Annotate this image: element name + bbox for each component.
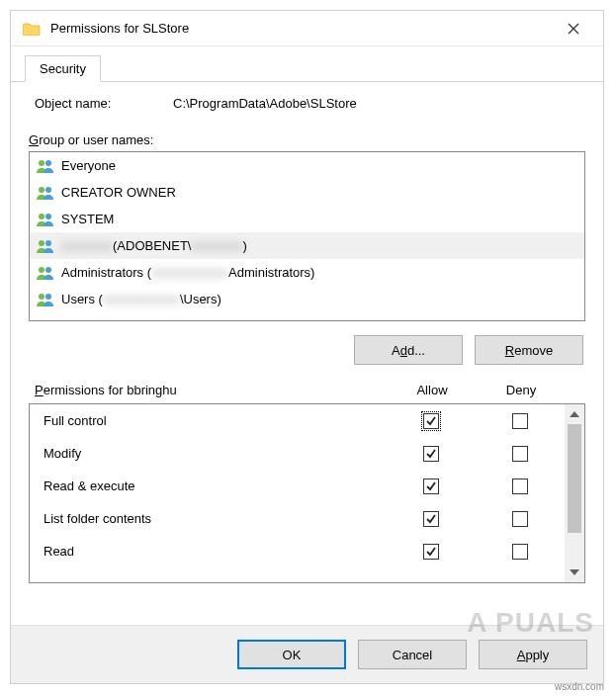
scroll-down-button[interactable] bbox=[565, 563, 584, 582]
users-icon bbox=[36, 158, 55, 174]
tab-security[interactable]: Security bbox=[25, 55, 101, 82]
object-name-label: Object name: bbox=[35, 96, 173, 111]
user-list-item[interactable]: SYSTEM bbox=[30, 206, 584, 232]
object-name-row: Object name: C:\ProgramData\Adobe\SLStor… bbox=[29, 96, 585, 111]
permission-label: Read & execute bbox=[44, 478, 387, 493]
cancel-button[interactable]: Cancel bbox=[358, 640, 467, 669]
permissions-header: Permissions for bbringhu Allow Deny bbox=[29, 383, 585, 403]
users-icon bbox=[36, 292, 55, 307]
close-button[interactable] bbox=[552, 14, 595, 44]
close-icon bbox=[568, 23, 579, 35]
permission-row: Read bbox=[30, 535, 565, 567]
permission-label: List folder contents bbox=[44, 511, 387, 526]
allow-header: Allow bbox=[388, 383, 477, 397]
object-name-value: C:\ProgramData\Adobe\SLStore bbox=[173, 96, 357, 111]
add-remove-row: Add... Remove bbox=[29, 321, 585, 383]
permission-row: Full control bbox=[30, 404, 565, 437]
security-panel: Object name: C:\ProgramData\Adobe\SLStor… bbox=[11, 82, 603, 625]
deny-header: Deny bbox=[477, 383, 566, 397]
svg-point-7 bbox=[45, 240, 51, 246]
permission-row: List folder contents bbox=[30, 502, 565, 535]
group-user-list[interactable]: EveryoneCREATOR OWNERSYSTEMxxxxxxxx (ADO… bbox=[29, 151, 585, 321]
titlebar: Permissions for SLStore bbox=[11, 11, 603, 46]
checkbox[interactable] bbox=[512, 511, 528, 527]
checkbox[interactable] bbox=[423, 478, 439, 494]
scroll-thumb[interactable] bbox=[568, 424, 581, 533]
users-icon bbox=[36, 185, 55, 201]
checkbox[interactable] bbox=[512, 478, 528, 494]
user-list-item[interactable]: xxxxxxxx (ADOBENET\xxxxxxxx) bbox=[30, 232, 584, 259]
scrollbar[interactable] bbox=[565, 404, 584, 582]
checkbox[interactable] bbox=[423, 544, 439, 560]
permission-row: Read & execute bbox=[30, 470, 565, 502]
apply-button[interactable]: Apply bbox=[479, 640, 587, 669]
ok-button[interactable]: OK bbox=[237, 640, 346, 669]
users-icon bbox=[36, 265, 55, 281]
dialog-footer: OK Cancel Apply bbox=[11, 625, 603, 683]
user-list-item[interactable]: CREATOR OWNER bbox=[30, 179, 584, 206]
svg-point-9 bbox=[45, 267, 51, 273]
checkbox[interactable] bbox=[423, 511, 439, 527]
svg-point-1 bbox=[45, 160, 51, 166]
svg-point-3 bbox=[45, 187, 51, 193]
svg-point-8 bbox=[39, 267, 44, 273]
checkbox[interactable] bbox=[512, 446, 528, 462]
permission-label: Full control bbox=[44, 413, 387, 428]
svg-point-5 bbox=[45, 214, 51, 219]
checkbox[interactable] bbox=[512, 544, 528, 560]
permissions-dialog: Permissions for SLStore Security Object … bbox=[10, 10, 604, 684]
svg-point-6 bbox=[39, 240, 44, 246]
folder-icon bbox=[23, 22, 41, 36]
checkbox[interactable] bbox=[512, 413, 528, 429]
permission-row: Modify bbox=[30, 437, 565, 470]
scroll-up-button[interactable] bbox=[565, 404, 584, 424]
tab-row: Security bbox=[11, 46, 603, 82]
permissions-box: Full controlModifyRead & executeList fol… bbox=[29, 403, 585, 583]
svg-point-4 bbox=[39, 214, 44, 219]
permission-label: Read bbox=[44, 544, 387, 559]
user-list-item[interactable]: Users (xxxxxxxxxxxx\Users) bbox=[30, 286, 584, 312]
permissions-list[interactable]: Full controlModifyRead & executeList fol… bbox=[30, 404, 565, 582]
checkbox[interactable] bbox=[423, 413, 439, 429]
svg-point-2 bbox=[39, 187, 44, 193]
add-button[interactable]: Add... bbox=[354, 335, 463, 365]
source-caption: wsxdn.com bbox=[555, 681, 604, 692]
checkbox[interactable] bbox=[423, 446, 439, 462]
permission-label: Modify bbox=[44, 446, 387, 461]
users-icon bbox=[36, 212, 55, 227]
remove-button[interactable]: Remove bbox=[475, 335, 583, 365]
svg-point-0 bbox=[39, 160, 44, 166]
svg-point-10 bbox=[39, 294, 44, 300]
svg-point-11 bbox=[45, 294, 51, 300]
window-title: Permissions for SLStore bbox=[50, 21, 552, 36]
group-user-label: Group or user names: bbox=[29, 132, 585, 147]
user-list-item[interactable]: Everyone bbox=[30, 152, 584, 179]
users-icon bbox=[36, 238, 55, 254]
user-list-item[interactable]: Administrators (xxxxxxxxxxxxAdministrato… bbox=[30, 259, 584, 286]
